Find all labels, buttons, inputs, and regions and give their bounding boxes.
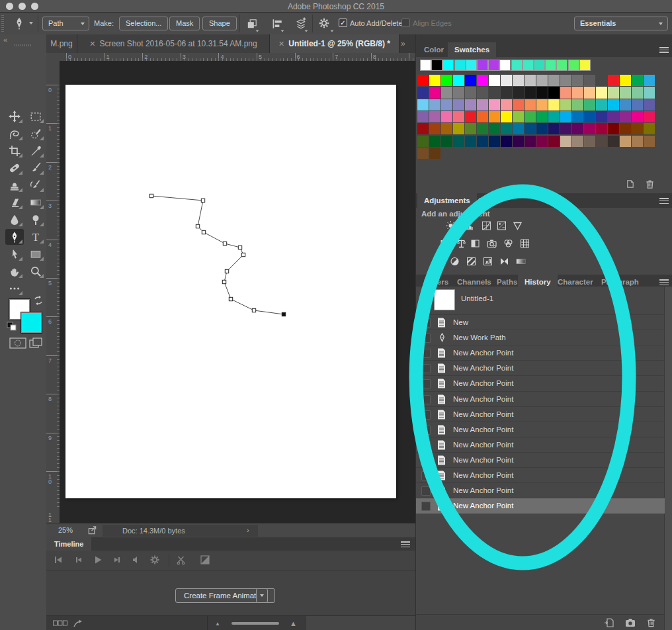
document-tab-3-active[interactable]: ✕ Untitled-1 @ 25% (RGB/8) * — [270, 34, 399, 53]
pen-path[interactable] — [65, 85, 396, 498]
pen-icon[interactable] — [13, 17, 26, 30]
history-entry[interactable]: New Anchor Point — [416, 360, 665, 376]
default-colors-icon[interactable] — [7, 322, 17, 331]
swatch[interactable] — [477, 123, 488, 134]
swatch[interactable] — [525, 123, 536, 134]
history-source-well[interactable] — [421, 456, 431, 465]
swatch[interactable] — [644, 99, 655, 111]
swatch[interactable] — [429, 99, 441, 111]
swatch[interactable] — [572, 123, 583, 134]
snapshot-thumbnail[interactable] — [434, 289, 455, 310]
move-tool[interactable] — [5, 109, 24, 124]
swatch[interactable] — [501, 87, 512, 98]
swatch[interactable] — [596, 99, 607, 111]
swatch[interactable] — [536, 87, 548, 98]
invert-adjustment-icon[interactable] — [449, 256, 460, 267]
swatch[interactable] — [548, 87, 560, 98]
recent-swatch[interactable] — [568, 60, 579, 71]
document-canvas[interactable] — [65, 85, 396, 498]
history-source-well[interactable] — [421, 486, 431, 496]
swatch[interactable] — [477, 75, 488, 86]
swatch[interactable] — [560, 136, 571, 147]
timeline-zoom-slider[interactable] — [231, 622, 279, 625]
swatch[interactable] — [584, 123, 595, 134]
swatch[interactable] — [572, 111, 583, 122]
swatch[interactable] — [572, 87, 583, 98]
swatch[interactable] — [548, 123, 560, 134]
swatch[interactable] — [548, 75, 560, 86]
swatch[interactable] — [489, 123, 500, 134]
path-selection-tool[interactable] — [5, 246, 24, 262]
tab-color[interactable]: Color — [417, 42, 450, 57]
swatch[interactable] — [584, 99, 595, 111]
swatch[interactable] — [572, 99, 583, 111]
history-entry[interactable]: New Work Path — [416, 330, 665, 345]
swatch[interactable] — [429, 111, 441, 122]
swatch[interactable] — [441, 99, 452, 111]
swatch[interactable] — [429, 75, 441, 86]
swatch[interactable] — [632, 99, 643, 111]
swatch[interactable] — [417, 148, 429, 159]
delete-state-icon[interactable] — [646, 617, 656, 628]
swatch[interactable] — [429, 87, 441, 98]
swatch[interactable] — [489, 111, 500, 122]
recent-swatch[interactable] — [545, 60, 556, 71]
blur-tool[interactable] — [5, 212, 24, 228]
quick-mask-icon[interactable] — [9, 338, 26, 349]
swatch[interactable] — [596, 75, 607, 86]
swatch[interactable] — [608, 75, 619, 86]
gear-icon[interactable] — [149, 555, 160, 565]
collapse-toolbar-icon[interactable]: « — [3, 36, 7, 44]
swatch[interactable] — [441, 111, 452, 122]
history-entry[interactable]: New Anchor Point — [416, 345, 665, 361]
swatch[interactable] — [465, 123, 476, 134]
swatch[interactable] — [608, 87, 619, 98]
brightness-contrast-adjustment-icon[interactable] — [445, 220, 456, 231]
swatch[interactable] — [525, 75, 536, 86]
swatch[interactable] — [417, 87, 429, 98]
swatch[interactable] — [441, 87, 452, 98]
swatch[interactable] — [525, 111, 536, 122]
swatch[interactable] — [453, 99, 464, 111]
recent-swatch[interactable] — [442, 60, 454, 71]
history-entry[interactable]: New Anchor Point — [416, 437, 665, 453]
swatch[interactable] — [608, 123, 619, 134]
share-icon[interactable] — [87, 525, 97, 535]
auto-add-delete-checkbox[interactable]: ✓ — [339, 19, 347, 27]
photo-filter-adjustment-icon[interactable] — [486, 238, 497, 249]
swatch[interactable] — [596, 87, 607, 98]
matte-icon[interactable] — [200, 555, 210, 565]
swatch[interactable] — [620, 136, 631, 147]
swatch[interactable] — [608, 111, 619, 122]
background-color-swatch[interactable] — [21, 312, 42, 334]
history-source-well[interactable] — [421, 395, 431, 404]
swap-colors-icon[interactable] — [33, 295, 44, 306]
swatch[interactable] — [513, 136, 524, 147]
recent-swatch[interactable] — [431, 60, 442, 71]
adjustments-menu-icon[interactable] — [659, 198, 669, 204]
history-entry[interactable]: New Anchor Point — [416, 406, 665, 422]
history-source-well[interactable] — [421, 379, 431, 388]
posterize-adjustment-icon[interactable] — [466, 256, 477, 267]
swatch[interactable] — [453, 87, 464, 98]
swatch[interactable] — [608, 99, 619, 111]
tab-timeline[interactable]: Timeline — [46, 537, 91, 551]
history-source-well[interactable] — [421, 426, 431, 435]
swatch[interactable] — [477, 136, 488, 147]
close-tab-icon[interactable]: ✕ — [278, 40, 284, 48]
threshold-adjustment-icon[interactable] — [482, 256, 493, 267]
brush-tool[interactable] — [26, 160, 45, 176]
clone-stamp-tool[interactable] — [5, 177, 24, 193]
eraser-tool[interactable] — [5, 195, 24, 210]
previous-frame-icon[interactable] — [73, 555, 83, 565]
vertical-ruler[interactable]: 01234567891 01 1 — [46, 61, 60, 523]
swatch[interactable] — [501, 123, 512, 134]
hand-tool[interactable] — [5, 263, 24, 279]
history-entry[interactable]: New Anchor Point — [416, 482, 665, 498]
swatch[interactable] — [489, 136, 500, 147]
swatch[interactable] — [536, 136, 548, 147]
swatch[interactable] — [441, 75, 452, 86]
swatch[interactable] — [560, 123, 571, 134]
color-balance-adjustment-icon[interactable] — [456, 238, 467, 249]
swatch[interactable] — [453, 111, 464, 122]
